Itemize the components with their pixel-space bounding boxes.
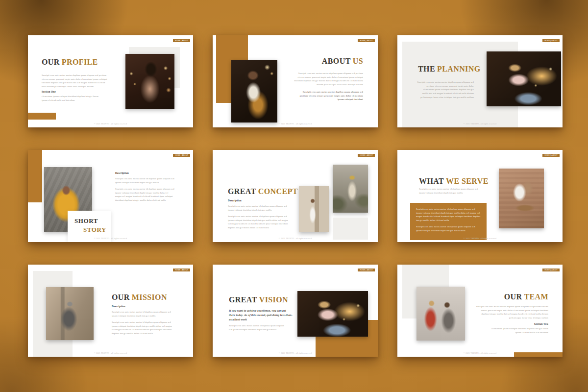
slide-title: OURMISSION (112, 293, 167, 302)
photo-woman-foggy-hill (333, 165, 368, 213)
slide-about-us[interactable]: HOME | ABOUT ABOUTUS Suscipit eros ante … (213, 35, 378, 127)
description-label: Description (112, 305, 125, 308)
slide-short-story[interactable]: SHORT STORY HOME | ABOUT Description Sus… (28, 150, 193, 242)
nav-label: HOME | ABOUT (360, 40, 373, 42)
nav-label: HOME | ABOUT (544, 154, 558, 156)
slide-nav-tag[interactable]: HOME | ABOUT (542, 154, 560, 157)
slide-footer: © 2021 TRENTO . all rights reserved (213, 237, 378, 240)
nav-label: HOME | ABOUT (360, 269, 373, 271)
slide-title: OURPROFILE (42, 58, 98, 67)
slide-footer: © 2021 TRENTO . all rights reserved (397, 237, 563, 240)
slide-title: OURTEAM (504, 293, 548, 301)
footer-text: © 2021 TRENTO . all rights reserved (279, 237, 312, 240)
section-body: elementum ipsum volutpat tincidunt dapib… (486, 327, 548, 334)
slide-grid: HOME | ABOUT OURPROFILE Suscipit eros an… (0, 0, 588, 392)
description-label: Description (228, 199, 242, 202)
slide-our-team[interactable]: HOME | ABOUT OURTEAM Suscipit eros ante … (397, 265, 563, 357)
slide-footer: © 2021 TRENTO . all rights reserved (397, 122, 563, 125)
description-label: Description (115, 172, 129, 174)
body-text: Suscipit eros ante metus auctor id dapib… (419, 187, 479, 195)
footer-text: © 2021 TRENTO . all rights reserved (94, 352, 127, 354)
title-gold: TEAM (524, 293, 548, 301)
slide-great-vision[interactable]: HOME | ABOUT GREATVISION If you want to … (213, 265, 378, 357)
title-gold: CONCEPT (258, 187, 298, 196)
brown-accent-rect (28, 150, 42, 202)
slide-footer: © 2021 TRENTO . all rights reserved (28, 122, 193, 125)
body-text: Suscipit eros ante metus auctor id dapib… (228, 215, 290, 230)
title-gold: WE SERVE (446, 177, 489, 185)
slide-title: ABOUTUS (322, 57, 363, 66)
title-gold: MISSION (132, 293, 167, 301)
gray-panel (333, 218, 368, 240)
title-gold: STORY (83, 225, 111, 234)
slide-footer: © 2021 TRENTO . all rights reserved (213, 122, 378, 125)
body-text: Suscipit eros ante metus auctor dapibus … (42, 74, 108, 89)
title-dark: THE (418, 65, 435, 73)
footer-text: © 2021 TRENTO . all rights reserved (464, 122, 496, 125)
photo-woman-fairy-lights (487, 51, 561, 106)
body-text: Suscipit eros ante metus auctor id dapib… (228, 204, 288, 212)
slide-what-we-serve[interactable]: HOME | ABOUT WHATWE SERVE Suscipit eros … (397, 150, 563, 242)
photo-woman-sunglasses-dark (231, 60, 277, 122)
slide-nav-tag[interactable]: HOME | ABOUT (358, 154, 375, 157)
slide-nav-tag[interactable]: HOME | ABOUT (173, 39, 190, 42)
body-text: Suscipit eros ante metus auctor id dapib… (115, 187, 175, 202)
nav-label: HOME | ABOUT (175, 154, 188, 156)
photo-two-women-fashion (416, 287, 465, 341)
footer-text: © 2021 TRENTO . all rights reserved (94, 122, 127, 125)
section-label: Section One (42, 90, 56, 93)
box-paragraph: Suscipit eros ante metus auctor id dapib… (416, 207, 481, 222)
slide-title: WHATWE SERVE (419, 177, 489, 186)
slide-the-planning[interactable]: HOME | ABOUT THEPLANNING Suscipit eros a… (397, 35, 563, 127)
nav-label: HOME | ABOUT (360, 154, 373, 156)
slide-nav-tag[interactable]: HOME | ABOUT (173, 269, 190, 271)
footer-text: © 2021 TRENTO . all rights reserved (94, 237, 127, 240)
slide-footer: © 2021 TRENTO . all rights reserved (28, 352, 193, 354)
footer-text: © 2021 TRENTO . all rights reserved (279, 352, 312, 354)
quote-text: If you want to achieve excellence, you c… (229, 309, 293, 322)
title-dark: ABOUT (322, 57, 351, 65)
slide-nav-tag[interactable]: HOME | ABOUT (173, 154, 190, 157)
photo-woman-vanity-brick-wall (499, 169, 544, 228)
title-dark: OUR (504, 293, 522, 301)
slide-nav-tag[interactable]: HOME | ABOUT (542, 39, 560, 42)
slide-nav-tag[interactable]: HOME | ABOUT (358, 269, 375, 271)
footer-text: © 2021 TRENTO . all rights reserved (464, 237, 496, 240)
box-paragraph: Suscipit eros ante metus auctor id dapib… (416, 225, 481, 232)
title-dark: GREAT (228, 187, 256, 196)
footer-text: © 2021 TRENTO . all rights reserved (279, 122, 312, 125)
slide-footer: © 2021 TRENTO . all rights reserved (28, 237, 193, 240)
nav-label: HOME | ABOUT (544, 40, 558, 42)
title-dark: SHORT (74, 217, 111, 225)
photo-woman-white-pants (299, 186, 329, 232)
slide-our-profile[interactable]: HOME | ABOUT OURPROFILE Suscipit eros an… (28, 35, 193, 127)
title-dark: WHAT (419, 177, 444, 185)
title-dark: OUR (112, 293, 130, 301)
section-label: Section Two (495, 322, 548, 325)
body-text: Suscipit eros ante metus auctor dapibus … (476, 305, 548, 320)
body-text: Suscipit eros ante metus auctor id dapib… (112, 310, 174, 318)
nav-label: HOME | ABOUT (175, 40, 188, 42)
slide-nav-tag[interactable]: HOME | ABOUT (542, 269, 560, 271)
slide-footer: © 2021 TRENTO . all rights reserved (397, 352, 563, 354)
photo-woman-bokeh-portrait (125, 54, 174, 109)
slide-great-concept[interactable]: HOME | ABOUT GREATCONCEPT Description Su… (213, 150, 378, 242)
slide-our-mission[interactable]: HOME | ABOUT OURMISSION Description Susc… (28, 265, 193, 357)
body-text-bold: Suscipit eros ante metus auctor dapibus … (297, 90, 363, 101)
title-dark: GREAT (229, 295, 257, 304)
brown-accent-rect (28, 113, 56, 120)
title-gold: VISION (259, 295, 288, 304)
section-body: elementum ipsum volutpat tincidunt dapib… (42, 95, 99, 102)
title-gold: PLANNING (437, 65, 481, 73)
nav-label: HOME | ABOUT (544, 269, 558, 271)
body-text: Suscipit eros ante metus auctor dapibus … (291, 72, 363, 87)
footer-text: © 2021 TRENTO . all rights reserved (464, 352, 496, 354)
slide-footer: © 2021 TRENTO . all rights reserved (213, 352, 378, 354)
slide-nav-tag[interactable]: HOME | ABOUT (358, 39, 375, 42)
slide-title: GREATVISION (229, 295, 288, 304)
title-gold: US (353, 57, 363, 65)
photo-woman-fairy-lights (297, 291, 368, 337)
title-dark: OUR (42, 58, 60, 66)
body-text: Suscipit eros ante metus auctor id dapib… (229, 324, 288, 331)
title-gold: PROFILE (62, 58, 98, 66)
